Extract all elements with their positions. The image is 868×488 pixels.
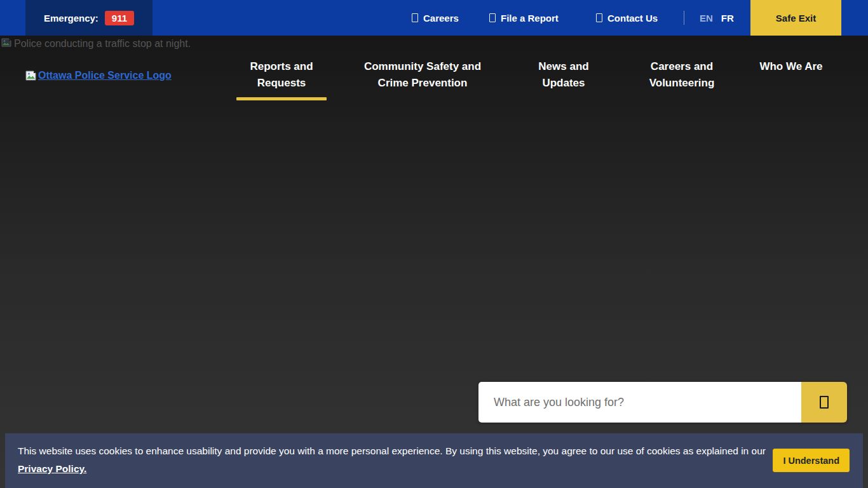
file-a-report-link[interactable]: File a Report	[489, 0, 559, 36]
hero-image-alt-text: Police conducting a traffic stop at nigh…	[14, 38, 191, 50]
utility-topbar: Emergency: 911 Careers File a Report Con…	[0, 0, 868, 36]
nav-item-community-safety[interactable]: Community Safety and Crime Prevention	[355, 58, 490, 92]
privacy-policy-link[interactable]: Privacy Policy.	[18, 463, 86, 474]
cookie-accept-button[interactable]: I Understand	[773, 449, 850, 472]
language-switch: EN FR	[700, 0, 734, 36]
broken-logo-image-icon	[25, 71, 36, 81]
language-en-toggle[interactable]: EN	[700, 13, 713, 24]
nav-item-news-and-updates[interactable]: News and Updates	[526, 58, 602, 92]
emergency-911-badge[interactable]: 911	[105, 11, 134, 25]
careers-icon	[412, 13, 418, 22]
contact-us-link-label: Contact Us	[607, 13, 658, 24]
file-a-report-link-label: File a Report	[501, 13, 559, 24]
language-divider	[684, 11, 684, 25]
file-report-icon	[489, 13, 496, 22]
emergency-label: Emergency:	[44, 13, 98, 24]
site-search-bar	[478, 382, 847, 423]
emergency-panel: Emergency: 911	[25, 0, 153, 36]
nav-item-who-we-are[interactable]: Who We Are	[750, 58, 832, 75]
cookie-message-text: This website uses cookies to enhance usa…	[18, 445, 766, 456]
language-fr-toggle[interactable]: FR	[721, 13, 734, 24]
cookie-message: This website uses cookies to enhance usa…	[18, 442, 774, 478]
nav-item-careers-and-volunteering[interactable]: Careers and Volunteering	[634, 58, 730, 92]
nav-item-reports-and-requests[interactable]: Reports and Requests	[236, 58, 327, 100]
search-submit-button[interactable]	[801, 382, 847, 423]
hero-broken-image: Police conducting a traffic stop at nigh…	[1, 38, 191, 50]
search-icon	[820, 396, 829, 409]
cookie-consent-banner: This website uses cookies to enhance usa…	[5, 433, 863, 488]
logo-alt-text: Ottawa Police Service Logo	[38, 70, 172, 81]
contact-us-link[interactable]: Contact Us	[596, 0, 658, 36]
safe-exit-button[interactable]: Safe Exit	[750, 0, 841, 36]
broken-image-icon	[1, 38, 11, 47]
search-input[interactable]	[478, 382, 801, 423]
logo-home-link[interactable]: Ottawa Police Service Logo	[25, 70, 172, 81]
careers-link-label: Careers	[423, 13, 459, 24]
ottawa-police-homepage: Emergency: 911 Careers File a Report Con…	[0, 0, 868, 488]
contact-us-icon	[596, 13, 602, 22]
careers-link[interactable]: Careers	[412, 0, 459, 36]
